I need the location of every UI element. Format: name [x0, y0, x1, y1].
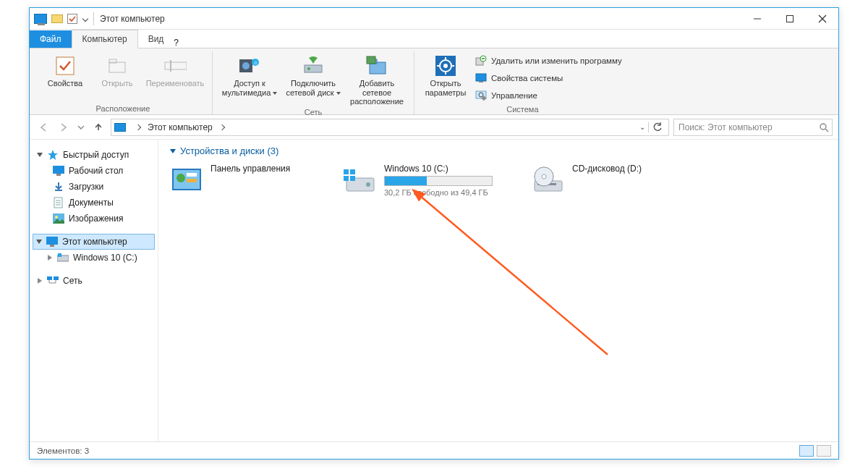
breadcrumb-chevron-icon[interactable]: [135, 124, 141, 130]
add-network-location-button[interactable]: Добавить сетевое расположение: [346, 51, 408, 106]
address-bar[interactable]: Этот компьютер ⌄: [111, 119, 669, 136]
manage-icon: [475, 90, 487, 101]
explorer-body: Быстрый доступ Рабочий стол Загрузки Док…: [30, 140, 838, 441]
svg-rect-64: [344, 176, 349, 181]
tile-label: CD-дисковод (D:): [572, 164, 642, 174]
search-box[interactable]: Поиск: Этот компьютер: [673, 119, 833, 136]
chevron-right-icon[interactable]: [37, 278, 43, 284]
nav-network[interactable]: Сеть: [33, 273, 155, 289]
svg-rect-36: [53, 166, 64, 174]
rename-icon: [163, 54, 187, 77]
uninstall-program-button[interactable]: Удалить или изменить программу: [472, 53, 625, 69]
cd-drive-icon: [532, 164, 565, 197]
nav-pictures[interactable]: Изображения: [33, 211, 155, 227]
status-bar: Элементов: 3: [30, 441, 838, 459]
nav-documents[interactable]: Документы: [33, 195, 155, 211]
properties-quick-icon[interactable]: [67, 14, 77, 24]
window-controls: [741, 8, 838, 29]
address-dropdown-icon[interactable]: ⌄: [639, 123, 645, 131]
rename-button[interactable]: Переименовать: [144, 51, 206, 103]
tab-computer[interactable]: Компьютер: [72, 30, 138, 48]
system-properties-button[interactable]: Свойства системы: [472, 70, 625, 86]
search-placeholder: Поиск: Этот компьютер: [677, 122, 819, 132]
breadcrumb-this-pc[interactable]: Этот компьютер: [148, 122, 213, 132]
details-view-button[interactable]: [799, 445, 814, 457]
svg-point-56: [176, 174, 185, 182]
maximize-button[interactable]: [773, 8, 806, 29]
chevron-down-icon[interactable]: [36, 239, 42, 245]
properties-button[interactable]: Свойства: [40, 51, 90, 103]
svg-point-33: [820, 124, 826, 130]
svg-point-70: [542, 174, 546, 179]
svg-point-60: [366, 182, 370, 187]
qat-customize-icon[interactable]: [82, 15, 88, 21]
nav-up-button[interactable]: [90, 119, 106, 135]
map-network-drive-button[interactable]: Подключить сетевой диск: [282, 51, 344, 106]
group-label-system: Система: [420, 103, 625, 115]
system-properties-icon: [475, 72, 487, 84]
window-title: Этот компьютер: [100, 14, 165, 24]
nav-c-drive[interactable]: Windows 10 (C:): [33, 250, 155, 266]
desktop-icon: [53, 165, 64, 177]
nav-downloads[interactable]: Загрузки: [33, 179, 155, 195]
chevron-right-icon[interactable]: [47, 255, 53, 261]
svg-rect-46: [50, 245, 54, 247]
devices-group-header[interactable]: Устройства и диски (3): [170, 145, 827, 156]
control-panel-icon: [170, 164, 203, 197]
tile-drive-c[interactable]: Windows 10 (C:) 30,2 ГБ свободно из 49,4…: [344, 164, 503, 197]
status-item-count: Элементов: 3: [37, 447, 89, 455]
open-settings-button[interactable]: Открыть параметры: [420, 51, 471, 103]
media-icon: ♫: [238, 54, 261, 77]
help-button[interactable]: ?: [174, 38, 179, 48]
chevron-down-icon[interactable]: [37, 152, 43, 158]
address-this-pc-icon: [114, 123, 126, 132]
add-network-location-icon: [365, 54, 388, 77]
svg-rect-17: [367, 56, 375, 64]
open-folder-icon: [106, 54, 129, 77]
svg-marker-35: [48, 150, 58, 160]
nav-desktop[interactable]: Рабочий стол: [33, 163, 155, 179]
minimize-button[interactable]: [741, 8, 773, 29]
svg-rect-48: [58, 253, 61, 257]
view-switch: [799, 445, 831, 457]
drive-icon: [57, 252, 69, 263]
content-pane[interactable]: Устройства и диски (3) Панель управления: [158, 140, 838, 441]
svg-rect-1: [786, 15, 793, 22]
close-button[interactable]: [806, 8, 838, 29]
svg-rect-5: [109, 62, 125, 72]
nav-quick-access[interactable]: Быстрый доступ: [33, 147, 155, 163]
tab-file[interactable]: Файл: [30, 30, 72, 48]
media-access-button[interactable]: ♫ Доступ к мультимедиа: [218, 51, 281, 106]
tile-cd-drive[interactable]: CD-дисковод (D:): [532, 164, 676, 197]
manage-button[interactable]: Управление: [472, 88, 625, 103]
refresh-button[interactable]: [648, 122, 665, 132]
svg-rect-62: [344, 169, 349, 174]
svg-rect-63: [350, 169, 355, 174]
breadcrumb-chevron-icon[interactable]: [218, 124, 224, 130]
svg-rect-29: [479, 81, 483, 82]
drive-space-bar: [384, 176, 493, 186]
nav-recent-button[interactable]: [76, 119, 86, 135]
ribbon: Свойства Открыть Переименовать Расположе…: [30, 48, 838, 115]
svg-rect-58: [187, 179, 197, 182]
folder-icon[interactable]: [51, 14, 63, 23]
svg-text:♫: ♫: [253, 60, 257, 65]
tab-view[interactable]: Вид: [138, 30, 174, 48]
settings-gear-icon: [434, 54, 457, 77]
drive-free-text: 30,2 ГБ свободно из 49,4 ГБ: [384, 188, 493, 197]
nav-back-button[interactable]: [35, 119, 51, 135]
address-bar-row: Этот компьютер ⌄ Поиск: Этот компьютер: [30, 115, 838, 140]
file-explorer-window: Этот компьютер Файл Компьютер Вид ?: [29, 7, 839, 460]
svg-line-34: [825, 129, 828, 132]
open-button[interactable]: Открыть: [92, 51, 142, 103]
tile-label: Windows 10 (C:): [384, 164, 493, 174]
ribbon-group-location: Свойства Открыть Переименовать Расположе…: [34, 51, 213, 114]
nav-this-pc[interactable]: Этот компьютер: [33, 234, 155, 250]
network-icon: [47, 275, 59, 287]
uninstall-icon: [475, 55, 487, 67]
nav-forward-button[interactable]: [56, 119, 72, 135]
chevron-down-icon[interactable]: [170, 149, 176, 153]
large-icons-view-button[interactable]: [817, 445, 831, 457]
tile-control-panel[interactable]: Панель управления: [170, 164, 315, 197]
documents-icon: [53, 197, 64, 208]
